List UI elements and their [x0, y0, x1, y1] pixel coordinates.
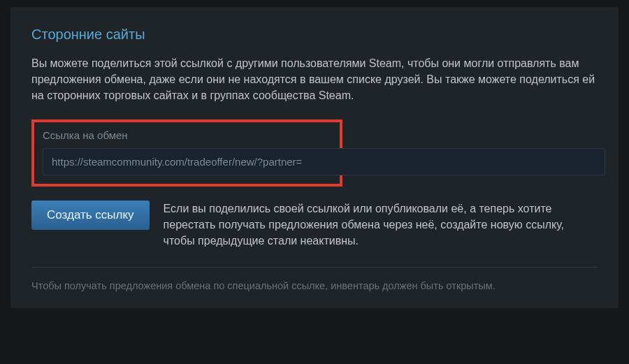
third-party-sites-panel: Сторонние сайты Вы можете поделиться это… — [10, 7, 619, 308]
divider — [31, 267, 598, 268]
section-title: Сторонние сайты — [31, 27, 598, 43]
create-link-help: Если вы поделились своей ссылкой или опу… — [164, 201, 598, 249]
section-description: Вы можете поделиться этой ссылкой с друг… — [31, 55, 598, 104]
create-link-row: Создать ссылку Если вы поделились своей … — [31, 201, 598, 249]
trade-url-input[interactable] — [43, 148, 605, 175]
footer-note: Чтобы получать предложения обмена по спе… — [31, 280, 598, 291]
trade-url-highlight: Ссылка на обмен — [31, 119, 342, 187]
trade-url-label: Ссылка на обмен — [43, 129, 331, 141]
create-link-button[interactable]: Создать ссылку — [31, 201, 150, 230]
